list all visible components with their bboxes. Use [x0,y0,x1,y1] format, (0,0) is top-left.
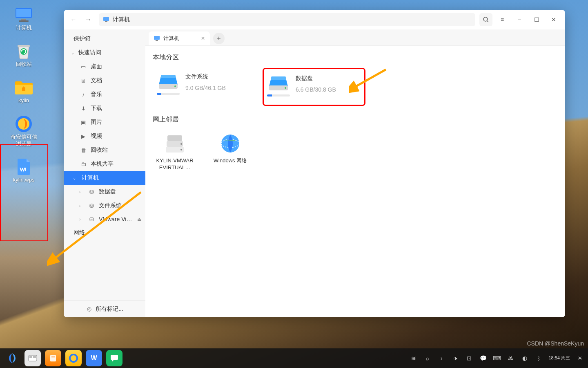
svg-rect-29 [33,356,36,358]
music-mini-icon: ♪ [80,91,87,98]
sidebar-share[interactable]: 🗀本机共享 [64,157,145,171]
sidebar-quick-access[interactable]: ⌄快速访问 [64,46,145,60]
menu-button[interactable]: ≡ [494,13,510,26]
eject-icon[interactable]: ⏏ [137,217,141,222]
svg-point-17 [285,87,286,89]
taskbar-app-store[interactable] [45,350,61,366]
sidebar-datadisk[interactable]: ›⛁数据盘 [64,185,145,199]
chevron-right-icon: › [79,217,84,222]
taskbar-wps[interactable]: W [86,350,102,366]
chevron-down-icon: ⌄ [73,176,78,180]
sidebar-videos[interactable]: ▶视频 [64,129,145,143]
taskbar-browser[interactable] [65,350,82,366]
search-button[interactable] [479,13,492,26]
address-label: 计算机 [113,16,130,23]
desktop-icon-label: kylin [18,97,29,104]
start-button[interactable] [4,350,20,366]
tray-volume-icon[interactable]: 🕩 [451,355,459,361]
tray-weather-icon[interactable]: ≋ [410,355,418,361]
drive-mini-icon: ⛁ [88,202,95,209]
tray-search-icon[interactable]: ⌕ [423,355,432,361]
tray-message-icon[interactable]: 💬 [479,355,487,361]
desktop-icon-computer[interactable]: 计算机 [7,5,40,33]
close-button[interactable]: ✕ [546,13,562,26]
svg-point-15 [174,85,176,87]
nav-back-button[interactable]: ← [67,13,80,26]
tab-close-button[interactable]: ✕ [201,36,205,41]
section-network-neighborhood: 网上邻居 [153,115,558,124]
drive-usage-bar [157,93,180,95]
desktop-icon-trash[interactable]: 回收站 [7,41,40,70]
file-manager-window: ← → 计算机 ≡ − ☐ ✕ 保护箱 ⌄快速访问 ▭桌面 🗎文档 ♪音乐 ⬇下… [64,10,565,317]
taskbar-taskview[interactable] [24,350,41,366]
sidebar-documents[interactable]: 🗎文档 [64,74,145,88]
globe-icon [220,133,241,154]
network-item-kylin-vmware[interactable]: KYLIN-VMWAREVIRTUAL… [153,130,197,174]
sidebar-desktop[interactable]: ▭桌面 [64,60,145,74]
svg-point-22 [180,143,182,145]
svg-rect-2 [21,19,26,20]
network-item-windows[interactable]: Windows 网络 [208,130,252,174]
drive-size: 9.0 GB/46.1 GB [185,85,226,91]
sidebar-pictures[interactable]: ▣图片 [64,115,145,129]
svg-rect-13 [156,40,158,41]
address-bar[interactable]: 计算机 [99,13,475,26]
svg-rect-1 [16,9,31,17]
tab-add-button[interactable]: + [213,33,225,44]
desktop-icon-folder-kylin[interactable]: kylin [7,78,40,106]
sidebar-vmware[interactable]: ›⛁VMware Virtu…⏏ [64,213,145,226]
tab-label: 计算机 [163,35,179,42]
chevron-right-icon: › [79,204,84,208]
drive-datadisk[interactable]: 数据盘 6.6 GB/30.8 GB [263,68,365,105]
taskbar: W ≋ ⌕ › 🕩 ⊡ 💬 ⌨ 🖧 ◐ ᛒ 18:54 周三 ☀ [0,348,588,368]
drive-usage-bar [267,94,290,96]
content-area: 计算机 ✕ + 本地分区 文件系统 9.0 GB/46.1 GB [145,29,565,317]
computer-icon [103,16,109,23]
tray-network-icon[interactable]: 🖧 [507,355,515,361]
svg-rect-31 [51,357,55,357]
drive-icon [157,72,179,90]
sidebar-downloads[interactable]: ⬇下载 [64,101,145,115]
svg-rect-9 [105,21,107,22]
sidebar-network[interactable]: 网络 [64,226,145,240]
download-mini-icon: ⬇ [80,105,87,112]
minimize-button[interactable]: − [511,13,528,26]
drive-name: 数据盘 [296,75,336,82]
sidebar-computer[interactable]: ⌄计算机 [64,171,145,185]
desktop-icon-browser[interactable]: 奇安信可信 浏览器 [7,114,40,149]
desktop-icon-label: 计算机 [16,25,32,31]
desktop-icons: 计算机 回收站 kylin 奇安信可信 浏览器 kylin.wps [7,5,40,185]
svg-point-21 [180,149,182,150]
svg-point-33 [71,355,76,361]
tab-computer[interactable]: 计算机 ✕ [149,31,210,45]
tray-brightness-icon[interactable]: ☀ [576,355,584,361]
taskbar-clock[interactable]: 18:54 周三 [548,355,570,361]
tab-bar: 计算机 ✕ + [145,29,565,46]
chevron-right-icon: › [79,190,84,194]
nav-forward-button[interactable]: → [82,13,95,26]
desktop-icon-wps-file[interactable]: kylin.wps [7,157,40,185]
maximize-button[interactable]: ☐ [528,13,545,26]
sidebar-music[interactable]: ♪音乐 [64,88,145,101]
titlebar: ← → 计算机 ≡ − ☐ ✕ [64,10,565,29]
tray-input-icon[interactable]: ⌨ [493,355,501,361]
computer-icon [154,35,160,42]
video-mini-icon: ▶ [80,133,87,139]
svg-point-7 [18,118,29,130]
monitor-icon [14,7,33,23]
sidebar-vault[interactable]: 保护箱 [64,32,145,46]
tray-bluetooth-icon[interactable]: ᛒ [535,355,543,361]
tray-expand-icon[interactable]: › [437,355,445,361]
tray-security-icon[interactable]: ◐ [521,355,529,361]
sidebar-all-tags[interactable]: ◎所有标记... [64,300,145,317]
browser-icon [14,116,33,132]
taskbar-chat[interactable] [106,350,122,366]
svg-rect-30 [50,355,56,361]
sidebar-trash[interactable]: 🗑回收站 [64,143,145,157]
tray-notification-icon[interactable]: ⊡ [465,355,473,361]
trash-mini-icon: 🗑 [80,147,87,153]
svg-rect-4 [18,45,30,47]
folder-icon [14,79,33,96]
drive-filesystem[interactable]: 文件系统 9.0 GB/46.1 GB [153,68,255,105]
sidebar-filesystem[interactable]: ›⛁文件系统 [64,199,145,213]
